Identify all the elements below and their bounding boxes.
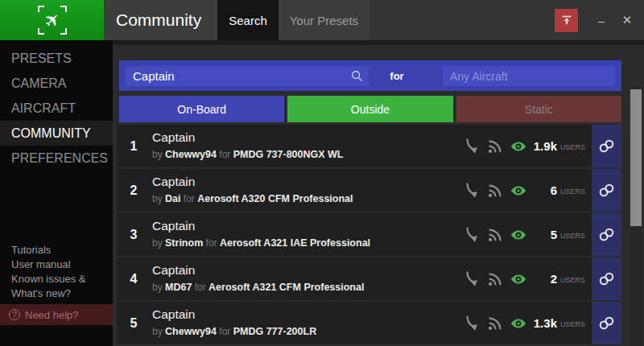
- preset-title: Captain: [152, 130, 344, 145]
- sidebar-footer-links: Tutorials User manual Known issues & Wha…: [11, 243, 106, 301]
- users-label: USERS: [560, 274, 585, 284]
- users-count: 1.9k USERS: [509, 125, 585, 167]
- result-text: Captain by Chewwy94 for PMDG 777-200LR: [152, 307, 316, 337]
- app-window: ✈ Community Search Your Presets – ✕ PRES…: [0, 0, 644, 346]
- sidebar-item-preferences[interactable]: PREFERENCES: [0, 146, 113, 171]
- filter-buttons: On-Board Outside Static: [119, 96, 621, 122]
- result-rank: 3: [117, 213, 151, 256]
- preset-title: Captain: [152, 219, 370, 233]
- users-label: USERS: [560, 141, 585, 151]
- preset-search-input[interactable]: [126, 66, 369, 86]
- sidebar-item-presets[interactable]: PRESETS: [0, 46, 113, 71]
- page-title: Community: [104, 0, 217, 40]
- users-count-value: 2: [551, 272, 557, 286]
- by-label: by: [152, 282, 163, 293]
- result-row[interactable]: 1 Captain by Chewwy94 for PMDG 737-800NG…: [117, 125, 621, 167]
- for-label: for: [219, 149, 230, 160]
- by-label: by: [152, 149, 163, 160]
- download-icon[interactable]: [463, 226, 481, 244]
- tab-search[interactable]: Search: [217, 0, 279, 40]
- feed-icon[interactable]: [486, 315, 504, 332]
- download-icon[interactable]: [463, 138, 481, 155]
- users-count: 1.3k USERS: [509, 302, 585, 344]
- link-icon: [597, 225, 616, 244]
- for-label: for: [219, 326, 230, 337]
- filter-outside-button[interactable]: Outside: [287, 96, 452, 122]
- scrollbar-thumb[interactable]: [630, 89, 642, 226]
- search-bar: for: [119, 60, 621, 91]
- result-rank: 4: [117, 257, 151, 300]
- link-icon: [597, 314, 616, 332]
- link-icon: [597, 270, 616, 288]
- result-rank: 2: [117, 169, 151, 212]
- users-count-value: 1.3k: [534, 316, 557, 330]
- feed-icon[interactable]: [486, 138, 504, 155]
- pin-icon: [560, 14, 573, 27]
- download-icon[interactable]: [463, 182, 481, 200]
- sidebar-item-aircraft[interactable]: AIRCRAFT: [0, 96, 113, 121]
- results-scrollbar[interactable]: [630, 85, 642, 346]
- results-list: 1 Captain by Chewwy94 for PMDG 737-800NG…: [117, 125, 621, 346]
- feed-icon[interactable]: [486, 182, 504, 200]
- feed-icon[interactable]: [486, 226, 504, 244]
- link-user-manual[interactable]: User manual: [11, 257, 106, 272]
- preset-search-field: [126, 66, 369, 86]
- users-count-value: 6: [551, 183, 557, 197]
- tab-your-presets[interactable]: Your Presets: [279, 0, 369, 40]
- airplane-viewfinder-icon: ✈: [38, 6, 67, 35]
- users-count: 5 USERS: [509, 213, 585, 256]
- by-label: by: [152, 237, 163, 249]
- users-count-value: 5: [551, 228, 557, 241]
- share-link-button[interactable]: [592, 302, 621, 344]
- minimize-button[interactable]: –: [591, 9, 612, 32]
- feed-icon[interactable]: [486, 270, 504, 288]
- preset-aircraft: Aerosoft A321 CFM Professional: [208, 282, 364, 293]
- share-link-button[interactable]: [592, 257, 621, 300]
- users-count-value: 1.9k: [534, 139, 557, 153]
- share-link-button[interactable]: [592, 169, 621, 212]
- for-label: for: [195, 282, 206, 293]
- sidebar-item-camera[interactable]: CAMERA: [0, 71, 113, 96]
- preset-aircraft: PMDG 777-200LR: [233, 326, 317, 337]
- filter-on-board-button[interactable]: On-Board: [119, 96, 284, 122]
- result-row[interactable]: 5 Captain by Chewwy94 for PMDG 777-200LR: [117, 302, 621, 344]
- result-row[interactable]: 3 Captain by Strinom for Aerosoft A321 I…: [117, 213, 621, 256]
- download-icon[interactable]: [463, 270, 481, 288]
- users-label: USERS: [560, 318, 585, 328]
- users-count: 6 USERS: [509, 169, 585, 212]
- preset-author: Strinom: [165, 237, 203, 249]
- preset-author: MD67: [165, 282, 192, 293]
- result-row[interactable]: 2 Captain by Dai for Aerosoft A320 CFM P…: [117, 169, 621, 212]
- by-label: by: [152, 326, 163, 337]
- preset-byline: by Chewwy94 for PMDG 737-800NGX WL: [152, 149, 344, 160]
- sidebar-item-community[interactable]: COMMUNITY: [0, 121, 113, 146]
- download-icon[interactable]: [463, 315, 481, 332]
- users-count: 2 USERS: [509, 257, 585, 300]
- preset-byline: by Chewwy94 for PMDG 777-200LR: [152, 326, 316, 337]
- result-row[interactable]: 4 Captain by MD67 for Aerosoft A321 CFM …: [117, 257, 621, 300]
- link-icon: [597, 137, 616, 155]
- result-rank: 5: [117, 302, 151, 344]
- share-link-button[interactable]: [592, 125, 621, 167]
- share-link-button[interactable]: [592, 213, 621, 256]
- need-help-label: Need help?: [25, 309, 79, 321]
- result-text: Captain by MD67 for Aerosoft A321 CFM Pr…: [152, 263, 364, 293]
- filter-static-button[interactable]: Static: [456, 96, 621, 122]
- sidebar-nav: PRESETS CAMERA AIRCRAFT COMMUNITY PREFER…: [0, 40, 113, 171]
- for-label: for: [184, 193, 195, 204]
- link-known-issues[interactable]: Known issues & What's new?: [11, 272, 106, 301]
- preset-aircraft: Aerosoft A321 IAE Professional: [220, 237, 370, 249]
- result-text: Captain by Chewwy94 for PMDG 737-800NGX …: [152, 130, 344, 160]
- link-tutorials[interactable]: Tutorials: [11, 243, 106, 257]
- users-label: USERS: [560, 229, 585, 240]
- window-controls: – ✕: [555, 0, 644, 40]
- aircraft-filter-input[interactable]: [443, 66, 615, 86]
- need-help-button[interactable]: ? Need help?: [0, 304, 113, 325]
- preset-author: Chewwy94: [165, 326, 217, 337]
- preset-title: Captain: [152, 307, 316, 322]
- close-button[interactable]: ✕: [617, 9, 638, 32]
- by-label: by: [152, 193, 163, 204]
- for-label: for: [378, 60, 415, 91]
- for-label: for: [206, 237, 217, 249]
- always-on-top-button[interactable]: [555, 9, 578, 32]
